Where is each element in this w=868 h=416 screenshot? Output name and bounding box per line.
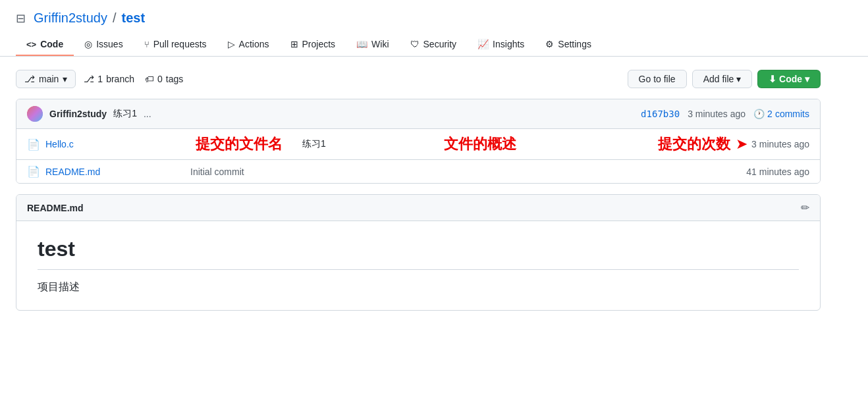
file-row: 📄 README.md Initial commit 41 minutes ag… [16, 160, 820, 183]
readme-header: README.md ✏ [16, 195, 820, 221]
file-name-link[interactable]: README.md [45, 167, 190, 177]
tag-count-value: 0 [157, 74, 163, 84]
readme-heading: test [38, 237, 799, 270]
count-annotation: 提交的次数 [658, 134, 730, 154]
file-commit: Initial commit [190, 167, 746, 177]
branch-name: main [39, 74, 59, 84]
commit-more-button[interactable]: ... [144, 109, 151, 119]
pull-requests-icon: ⑂ [144, 39, 149, 49]
commit-right: d167b30 3 minutes ago 🕐 2 commits [641, 109, 809, 119]
file-table: Griffin2study 练习1 ... d167b30 3 minutes … [16, 99, 821, 184]
code-icon: <> [26, 39, 36, 49]
commit-author: Griffin2study [49, 109, 107, 119]
settings-icon: ⚙ [545, 39, 554, 49]
tag-count-label: tags [166, 74, 183, 84]
toolbar-right: Go to file Add file ▾ ⬇ Code ▾ [628, 70, 821, 88]
tag-icon: 🏷 [145, 74, 154, 84]
wiki-icon: 📖 [356, 39, 367, 49]
add-file-button[interactable]: Add file ▾ [692, 70, 753, 88]
file-icon: 📄 [27, 138, 40, 151]
tab-code[interactable]: <> Code [16, 34, 74, 56]
tag-count-link[interactable]: 🏷 0 tags [145, 74, 183, 84]
readme-title: README.md [27, 203, 84, 213]
red-arrow-icon: ➤ [736, 136, 747, 153]
clock-icon: 🕐 [753, 109, 765, 119]
branch-count-icon: ⎇ [84, 74, 94, 84]
commit-left: Griffin2study 练习1 ... [27, 106, 151, 122]
readme-description: 项目描述 [38, 280, 799, 294]
readme-container: README.md ✏ test 项目描述 [16, 194, 821, 311]
commits-count: 2 [767, 109, 773, 119]
tab-settings[interactable]: ⚙ Settings [535, 34, 602, 56]
toolbar-left: ⎇ main ▾ ⎇ 1 branch 🏷 0 tags [16, 70, 183, 88]
branch-count-label: branch [106, 74, 134, 84]
code-button[interactable]: ⬇ Code ▾ [757, 70, 821, 88]
tab-wiki[interactable]: 📖 Wiki [346, 34, 399, 56]
issues-icon: ◎ [84, 39, 92, 49]
org-link[interactable]: Griffin2study [34, 11, 107, 26]
branch-meta: ⎇ 1 branch 🏷 0 tags [84, 74, 183, 84]
commits-label: commits [775, 109, 809, 119]
commit-row: Griffin2study 练习1 ... d167b30 3 minutes … [16, 99, 820, 129]
file-name-link[interactable]: Hello.c [45, 139, 190, 149]
tab-issues[interactable]: ◎ Issues [74, 34, 133, 56]
commit-message: 练习1 [113, 108, 137, 120]
go-to-file-button[interactable]: Go to file [628, 70, 687, 88]
commit-time: 3 minutes ago [688, 109, 746, 119]
repo-icon: ⊟ [16, 11, 26, 26]
branch-icon: ⎇ [24, 74, 35, 84]
main-content: ⎇ main ▾ ⎇ 1 branch 🏷 0 tags Go to file [0, 57, 836, 324]
file-icon: 📄 [27, 165, 40, 178]
file-time: 3 minutes ago [751, 139, 809, 149]
nav-tabs: <> Code ◎ Issues ⑂ Pull requests ▷ Actio… [0, 34, 868, 57]
insights-icon: 📈 [477, 39, 489, 49]
file-time: 41 minutes ago [746, 167, 809, 177]
breadcrumb-slash: / [113, 11, 117, 26]
tab-security[interactable]: 🛡 Security [400, 34, 468, 56]
filename-annotation: 提交的文件名 [196, 134, 283, 154]
tab-actions[interactable]: ▷ Actions [217, 34, 280, 56]
edit-icon[interactable]: ✏ [801, 201, 809, 214]
repo-toolbar: ⎇ main ▾ ⎇ 1 branch 🏷 0 tags Go to file [16, 70, 821, 88]
branch-count-value: 1 [97, 74, 103, 84]
projects-icon: ⊞ [290, 39, 298, 49]
readme-body: test 项目描述 [16, 221, 820, 310]
avatar [27, 106, 43, 122]
security-icon: 🛡 [410, 39, 420, 49]
commit-hash-link[interactable]: d167b30 [641, 109, 680, 119]
tab-insights[interactable]: 📈 Insights [467, 34, 535, 56]
branch-count-link[interactable]: ⎇ 1 branch [84, 74, 134, 84]
repo-link[interactable]: test [121, 11, 145, 26]
tab-pull-requests[interactable]: ⑂ Pull requests [134, 34, 217, 56]
tab-projects[interactable]: ⊞ Projects [280, 34, 346, 56]
commits-count-link[interactable]: 🕐 2 commits [753, 109, 809, 119]
repo-header: ⊟ Griffin2study / test [0, 0, 868, 34]
desc-annotation: 文件的概述 [444, 134, 516, 154]
chevron-down-icon: ▾ [63, 74, 67, 84]
file-commit: 练习1 [302, 138, 439, 150]
branch-selector[interactable]: ⎇ main ▾ [16, 70, 76, 88]
file-row: 📄 Hello.c 提交的文件名 练习1 文件的概述 提交的次数 ➤ 3 min… [16, 129, 820, 160]
actions-icon: ▷ [228, 39, 235, 49]
